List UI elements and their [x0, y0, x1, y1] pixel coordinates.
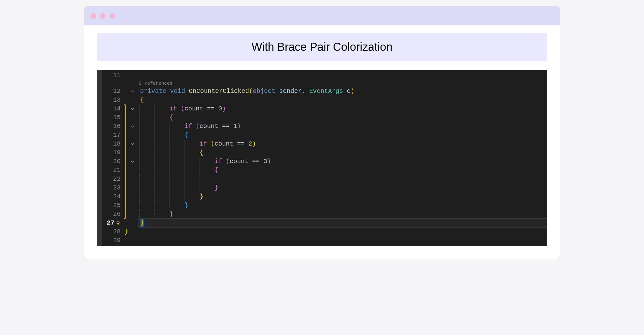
code-token: } — [215, 183, 218, 192]
lightbulb-icon[interactable] — [116, 221, 121, 226]
code-token: { — [169, 113, 173, 122]
modified-indicator-column — [123, 70, 126, 246]
code-token: } — [169, 210, 173, 219]
fold-cell — [126, 210, 139, 219]
line-number: 13 — [102, 96, 121, 104]
code-token: private — [140, 87, 166, 96]
code-line[interactable]: } — [139, 227, 547, 236]
fold-cell — [126, 219, 139, 227]
fold-cell[interactable] — [126, 87, 139, 96]
fold-cell — [126, 166, 139, 175]
line-number: 28 — [102, 227, 121, 236]
code-token: , — [302, 87, 309, 96]
line-number: 23 — [102, 183, 121, 192]
fold-cell — [126, 148, 139, 157]
code-area[interactable]: 0 referencesprivate void OnCounterClicke… — [139, 70, 547, 246]
line-number: 21 — [102, 166, 121, 175]
code-token: { — [200, 148, 203, 157]
code-token: ( — [249, 87, 253, 96]
codelens-text[interactable]: 0 references — [139, 80, 173, 87]
overview-ruler — [97, 70, 102, 246]
code-line[interactable]: if (count == 1) — [139, 122, 547, 131]
code-line[interactable] — [139, 71, 547, 80]
fold-cell — [126, 201, 139, 210]
fold-column — [126, 70, 139, 246]
code-token: ) — [252, 140, 256, 148]
code-line[interactable]: { — [139, 166, 547, 175]
code-token — [177, 104, 181, 113]
code-line[interactable]: { — [139, 96, 547, 104]
code-token: 0 — [218, 104, 222, 113]
fold-cell[interactable] — [126, 140, 139, 148]
svg-point-0 — [117, 221, 119, 224]
code-token: OnCounterClicked — [189, 87, 249, 96]
line-number: 18 — [102, 140, 121, 148]
code-token: { — [184, 131, 188, 140]
chevron-down-icon[interactable] — [130, 89, 135, 93]
line-number: 27 — [102, 219, 121, 227]
fold-cell — [126, 192, 139, 201]
titlebar — [84, 7, 560, 25]
code-token: { — [140, 96, 144, 104]
code-token: if — [215, 157, 222, 166]
code-token: e — [347, 87, 351, 96]
code-line[interactable]: } — [139, 210, 547, 219]
chevron-down-icon[interactable] — [130, 107, 135, 111]
code-line[interactable]: { — [139, 131, 547, 140]
code-line[interactable]: } — [139, 183, 547, 192]
code-token: 3 — [263, 157, 267, 166]
fold-cell[interactable] — [126, 122, 139, 131]
line-number: 12 — [102, 87, 121, 96]
code-token: } — [184, 201, 188, 210]
code-line[interactable]: } — [139, 219, 547, 227]
code-line[interactable]: if (count == 2) — [139, 140, 547, 148]
fold-cell[interactable] — [126, 157, 139, 166]
line-number: 14 — [102, 104, 121, 113]
code-token: 1 — [233, 122, 237, 131]
code-line[interactable]: } — [139, 192, 547, 201]
code-line[interactable]: if (count == 3) — [139, 157, 547, 166]
code-token: ( — [181, 104, 184, 113]
code-token — [222, 157, 226, 166]
traffic-light-min-icon[interactable] — [100, 13, 106, 19]
line-number: 24 — [102, 192, 121, 201]
code-token: ) — [267, 157, 271, 166]
traffic-light-max-icon[interactable] — [109, 13, 115, 19]
fold-cell[interactable] — [126, 104, 139, 113]
code-token: == — [233, 140, 248, 148]
fold-cell — [126, 236, 139, 245]
code-editor[interactable]: 11121314151617181920212223242526272829 0… — [97, 70, 547, 246]
code-line[interactable]: { — [139, 148, 547, 157]
code-token: count — [230, 157, 248, 166]
codelens-references[interactable]: 0 references — [139, 80, 547, 87]
code-token: ( — [196, 122, 200, 131]
content-area: With Brace Pair Colorization 11121314151… — [84, 25, 560, 259]
code-token: == — [203, 104, 218, 113]
code-token: ) — [351, 87, 354, 96]
code-line[interactable] — [139, 236, 547, 245]
code-line[interactable]: if (count == 0) — [139, 104, 547, 113]
chevron-down-icon[interactable] — [130, 159, 135, 164]
code-token: ( — [211, 140, 215, 148]
line-number: 25 — [102, 201, 121, 210]
banner-title: With Brace Pair Colorization — [97, 33, 547, 61]
line-number-gutter: 11121314151617181920212223242526272829 — [102, 70, 123, 246]
fold-cell — [126, 96, 139, 104]
traffic-light-close-icon[interactable] — [91, 13, 96, 19]
fold-cell — [126, 131, 139, 140]
code-line[interactable]: private void OnCounterClicked(object sen… — [139, 87, 547, 96]
fold-cell — [126, 113, 139, 122]
fold-cell — [126, 183, 139, 192]
line-number: 22 — [102, 175, 121, 183]
chevron-down-icon[interactable] — [130, 124, 135, 129]
chevron-down-icon[interactable] — [130, 142, 135, 146]
code-token: == — [248, 157, 263, 166]
fold-cell — [126, 175, 139, 183]
code-line[interactable]: { — [139, 113, 547, 122]
line-number: 26 — [102, 210, 121, 219]
code-token: count — [215, 140, 233, 148]
code-line[interactable]: } — [139, 201, 547, 210]
code-line[interactable] — [139, 175, 547, 183]
fold-cell — [126, 71, 139, 80]
code-token: ) — [237, 122, 241, 131]
